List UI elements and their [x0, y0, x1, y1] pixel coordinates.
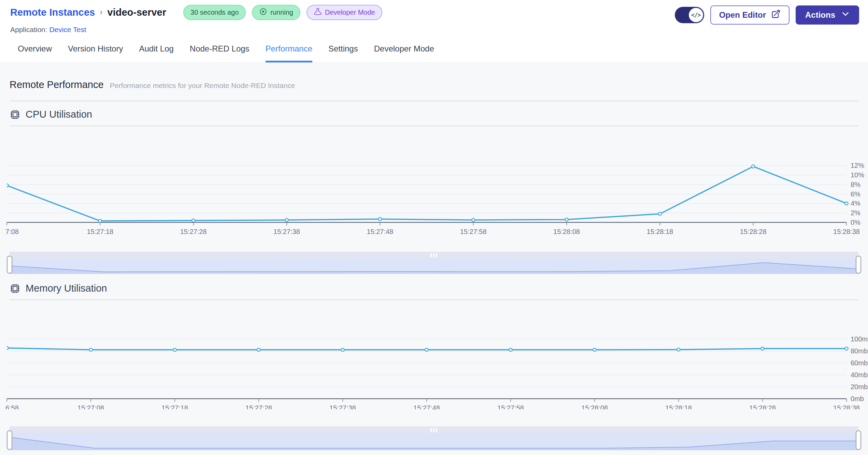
svg-text:15:27:48: 15:27:48: [367, 228, 393, 235]
actions-button[interactable]: Actions: [796, 5, 859, 25]
header-actions: </> Open Editor Actions: [675, 5, 859, 25]
cpu-line-chart: 0%2%4%6%8%10%12%7:0815:27:1815:27:2815:2…: [0, 126, 868, 235]
section-header: Remote Performance Performance metrics f…: [10, 63, 858, 101]
cpu-section-header: CPU Utilisation: [10, 109, 858, 126]
svg-text:6:58: 6:58: [5, 404, 19, 409]
open-editor-button[interactable]: Open Editor: [710, 5, 789, 25]
svg-text:15:28:28: 15:28:28: [749, 404, 776, 409]
svg-text:2%: 2%: [851, 209, 860, 217]
last-seen-badge: 30 seconds ago: [183, 5, 246, 20]
svg-text:12%: 12%: [851, 162, 864, 169]
svg-text:80mb: 80mb: [851, 347, 868, 355]
performance-panel: Remote Performance Performance metrics f…: [0, 63, 868, 455]
svg-text:15:27:28: 15:27:28: [180, 228, 207, 235]
actions-label: Actions: [805, 10, 835, 20]
svg-text:15:28:38: 15:28:38: [833, 404, 860, 409]
svg-text:15:27:28: 15:27:28: [245, 404, 272, 409]
play-circle-icon: [259, 8, 267, 17]
page-header: Remote Instances › video-server 30 secon…: [0, 0, 868, 34]
svg-text:6%: 6%: [851, 190, 860, 198]
breadcrumb-parent-link[interactable]: Remote Instances: [10, 7, 95, 18]
cpu-datazoom-slider[interactable]: [10, 252, 858, 274]
tab-settings[interactable]: Settings: [328, 43, 358, 62]
svg-text:40mb: 40mb: [851, 371, 868, 379]
tab-audit-log[interactable]: Audit Log: [139, 43, 173, 62]
svg-text:4%: 4%: [851, 200, 860, 207]
tab-performance[interactable]: Performance: [266, 43, 312, 62]
memory-chip-icon: [10, 283, 20, 294]
external-link-icon: [771, 9, 781, 21]
application-link[interactable]: Device Test: [49, 26, 86, 33]
instance-name: video-server: [108, 7, 167, 18]
application-label: Application:: [10, 26, 47, 33]
svg-text:15:27:08: 15:27:08: [77, 404, 104, 409]
cpu-datazoom-canvas: [10, 252, 858, 274]
svg-text:15:28:18: 15:28:18: [665, 404, 692, 409]
svg-text:15:28:08: 15:28:08: [581, 404, 608, 409]
cpu-section-title: CPU Utilisation: [26, 109, 92, 120]
cpu-chip-icon: [10, 109, 20, 120]
developer-mode-badge: Developer Mode: [307, 5, 382, 20]
svg-text:10%: 10%: [851, 171, 864, 179]
svg-text:15:27:38: 15:27:38: [273, 228, 300, 235]
memory-section-header: Memory Utilisation: [10, 283, 858, 300]
code-icon: </>: [689, 8, 703, 22]
svg-text:20mb: 20mb: [851, 383, 868, 391]
svg-text:7:08: 7:08: [5, 228, 19, 235]
svg-text:15:27:38: 15:27:38: [329, 404, 356, 409]
svg-text:8%: 8%: [851, 181, 860, 188]
developer-mode-toggle[interactable]: </>: [675, 7, 704, 23]
svg-text:0%: 0%: [851, 219, 860, 226]
memory-datazoom-slider[interactable]: [10, 426, 858, 450]
svg-text:60mb: 60mb: [851, 359, 868, 367]
tab-version-history[interactable]: Version History: [68, 43, 123, 62]
svg-text:15:27:18: 15:27:18: [87, 228, 113, 235]
last-seen-badge-label: 30 seconds ago: [190, 9, 239, 16]
svg-text:15:28:38: 15:28:38: [833, 228, 860, 235]
memory-line-chart: 0mb20mb40mb60mb80mb100mb6:5815:27:0815:2…: [0, 300, 868, 409]
running-status-badge-label: running: [270, 9, 293, 16]
svg-text:15:28:28: 15:28:28: [740, 228, 767, 235]
breadcrumb: Remote Instances › video-server 30 secon…: [10, 5, 382, 20]
tab-overview[interactable]: Overview: [18, 43, 52, 62]
tab-bar: Overview Version History Audit Log Node-…: [0, 43, 868, 63]
memory-datazoom-canvas: [10, 426, 858, 450]
breadcrumb-separator: ›: [100, 7, 102, 18]
svg-text:0mb: 0mb: [851, 395, 864, 402]
memory-chart: 0mb20mb40mb60mb80mb100mb6:5815:27:0815:2…: [0, 300, 868, 409]
page-title: Remote Performance: [10, 79, 104, 90]
application-row: Application: Device Test: [10, 26, 382, 34]
svg-text:15:27:58: 15:27:58: [497, 404, 524, 409]
svg-text:100mb: 100mb: [851, 335, 868, 343]
open-editor-label: Open Editor: [719, 10, 766, 20]
cpu-chart: 0%2%4%6%8%10%12%7:0815:27:1815:27:2815:2…: [0, 126, 868, 235]
svg-text:15:27:48: 15:27:48: [413, 404, 440, 409]
tab-node-red-logs[interactable]: Node-RED Logs: [190, 43, 250, 62]
developer-mode-badge-label: Developer Mode: [325, 9, 375, 16]
svg-text:15:28:18: 15:28:18: [646, 228, 673, 235]
beaker-icon: [314, 8, 322, 17]
page-subtitle: Performance metrics for your Remote Node…: [110, 82, 295, 90]
svg-text:15:27:58: 15:27:58: [460, 228, 487, 235]
svg-text:15:28:08: 15:28:08: [553, 228, 580, 235]
running-status-badge: running: [252, 5, 300, 20]
header-left: Remote Instances › video-server 30 secon…: [10, 5, 382, 34]
status-badges: 30 seconds ago running: [183, 5, 382, 20]
svg-text:15:27:18: 15:27:18: [161, 404, 188, 409]
memory-section-title: Memory Utilisation: [26, 283, 107, 294]
chevron-down-icon: [841, 10, 850, 20]
tab-developer-mode[interactable]: Developer Mode: [374, 43, 434, 62]
